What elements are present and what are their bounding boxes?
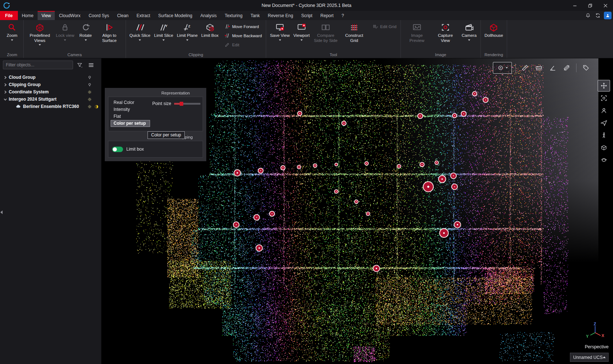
close-button[interactable] — [598, 0, 613, 11]
edit-clipping-button[interactable]: Edit — [223, 41, 264, 48]
scan-position-marker[interactable] — [439, 228, 449, 238]
measure-angle-button[interactable] — [547, 62, 559, 74]
save-view-button[interactable]: Save View — [268, 21, 291, 41]
viewport[interactable]: Representation Real Color Intensity Flat… — [101, 58, 613, 364]
rotate-cube-button[interactable] — [598, 154, 610, 166]
scan-position-marker[interactable] — [483, 97, 489, 103]
pan-tool-button[interactable] — [598, 80, 610, 92]
restore-button[interactable] — [582, 0, 598, 11]
scan-position-marker[interactable] — [256, 244, 263, 252]
tab-report[interactable]: Report — [317, 11, 338, 20]
account-badge-icon[interactable] — [604, 12, 612, 19]
sun-icon[interactable] — [87, 96, 92, 102]
view-cube-button[interactable] — [598, 142, 610, 154]
sun-icon[interactable] — [87, 89, 92, 95]
tab-reverse-eng[interactable]: Reverse Eng — [264, 11, 297, 20]
scan-position-marker[interactable] — [258, 168, 264, 174]
scan-position-marker[interactable] — [354, 200, 359, 204]
scan-position-marker[interactable] — [419, 162, 425, 167]
scan-position-marker[interactable] — [417, 113, 423, 119]
scan-position-marker[interactable] — [450, 173, 457, 179]
measure-distance-button[interactable] — [519, 62, 531, 74]
rotate-button[interactable]: Rotate — [76, 21, 95, 41]
walk-mode-button[interactable] — [598, 129, 610, 141]
point-size-slider[interactable] — [174, 103, 200, 105]
tab-help[interactable]: ? — [338, 11, 348, 20]
chevron-down-icon[interactable] — [3, 97, 7, 101]
tab-home[interactable]: Home — [18, 11, 38, 20]
scan-position-marker[interactable] — [297, 111, 302, 116]
scan-visibility-button[interactable] — [493, 62, 512, 74]
scan-position-marker[interactable] — [233, 221, 240, 228]
scan-position-marker[interactable] — [472, 91, 477, 96]
scan-position-marker[interactable] — [334, 189, 338, 194]
tab-tank[interactable]: Tank — [246, 11, 264, 20]
move-forward-button[interactable]: Move Forward — [223, 23, 264, 30]
tab-texturing[interactable]: Texturing — [221, 11, 246, 20]
option-real-color[interactable]: Real Color — [111, 99, 150, 106]
tab-surface-modeling[interactable]: Surface Modeling — [154, 11, 196, 20]
measure-horizontal-button[interactable] — [533, 62, 545, 74]
scan-position-marker[interactable] — [397, 164, 401, 169]
fly-mode-button[interactable] — [598, 117, 610, 129]
scan-sphere-icon[interactable] — [93, 104, 99, 109]
scan-position-marker[interactable] — [423, 181, 434, 192]
point-size-handle[interactable] — [180, 102, 183, 106]
option-flat[interactable]: Flat — [111, 113, 150, 120]
tab-file[interactable]: File — [0, 11, 18, 20]
tab-cloudworx[interactable]: CloudWorx — [55, 11, 84, 20]
scan-position-marker[interactable] — [234, 169, 241, 177]
tab-extract[interactable]: Extract — [133, 11, 154, 20]
scan-position-marker[interactable] — [461, 111, 467, 117]
scan-position-marker[interactable] — [280, 165, 286, 170]
image-preview-button[interactable]: Image Preview — [403, 21, 431, 43]
tab-view[interactable]: View — [38, 11, 55, 20]
scan-position-marker[interactable] — [341, 121, 346, 126]
tree-item-coordinate-system[interactable]: Coordinate System — [0, 88, 101, 96]
tab-script[interactable]: Script — [297, 11, 317, 20]
tree-item-clipping-group[interactable]: Clipping Group — [0, 81, 101, 88]
construct-grid-button[interactable]: Construct Grid — [340, 21, 368, 43]
tree-item-cloud-group[interactable]: Cloud Group — [0, 74, 101, 81]
limit-box-button[interactable]: A Limit Box — [199, 21, 220, 39]
dollhouse-button[interactable]: Dollhouse — [483, 21, 505, 39]
scan-position-marker[interactable] — [452, 113, 457, 118]
lock-view-button[interactable]: Lock view — [54, 21, 76, 41]
capture-view-button[interactable]: Capture View — [431, 21, 460, 43]
sidebar-collapse-handle[interactable] — [0, 210, 3, 215]
clear-measure-button[interactable] — [560, 62, 573, 74]
predefined-views-button[interactable]: Predefined Views — [26, 21, 54, 46]
move-backward-button[interactable]: Move Backward — [223, 32, 264, 39]
sun-icon[interactable] — [87, 104, 92, 109]
ucs-selector-button[interactable]: Unnamed UCS — [570, 353, 609, 362]
sync-icon[interactable] — [594, 12, 601, 19]
limit-box-toggle[interactable] — [112, 147, 123, 152]
scan-position-marker[interactable] — [269, 211, 275, 217]
chevron-right-icon[interactable] — [3, 90, 7, 94]
scan-position-marker[interactable] — [434, 160, 439, 165]
examine-view-button[interactable] — [598, 105, 610, 116]
scan-position-marker[interactable] — [438, 175, 446, 183]
tab-coord-sys[interactable]: Coord Sys — [85, 11, 113, 20]
scan-position-marker[interactable] — [454, 221, 461, 228]
zoom-button[interactable]: Zoom — [3, 21, 22, 41]
option-intensity[interactable]: Intensity — [111, 106, 150, 113]
chevron-right-icon[interactable] — [3, 75, 7, 80]
zoom-fit-button[interactable] — [598, 92, 610, 104]
tree-item-intergeo-2024-stuttgart[interactable]: Intergeo 2024 Stuttgart — [0, 96, 101, 103]
limit-slice-button[interactable]: Y Limit Slice — [152, 21, 175, 41]
scan-position-marker[interactable] — [334, 163, 338, 166]
tab-clean[interactable]: Clean — [113, 11, 133, 20]
scan-position-marker[interactable] — [253, 214, 260, 221]
tab-analysis[interactable]: Analysis — [196, 11, 221, 20]
filter-objects-input[interactable] — [3, 61, 73, 69]
align-to-surface-button[interactable]: Align to Surface — [95, 21, 124, 43]
camera-button[interactable]: Camera — [460, 21, 479, 41]
tree-item-berliner-ensemble-rtc360[interactable]: Berliner Ensemble RTC360 — [0, 103, 101, 110]
notification-bell-icon[interactable] — [584, 12, 591, 19]
viewport-button[interactable]: Viewport — [292, 21, 312, 41]
quick-slice-button[interactable]: Quick Slice — [128, 21, 153, 41]
chevron-right-icon[interactable] — [3, 82, 7, 87]
filter-funnel-button[interactable] — [75, 61, 84, 69]
compare-side-by-side-button[interactable]: Compare Side by Side — [311, 21, 340, 43]
